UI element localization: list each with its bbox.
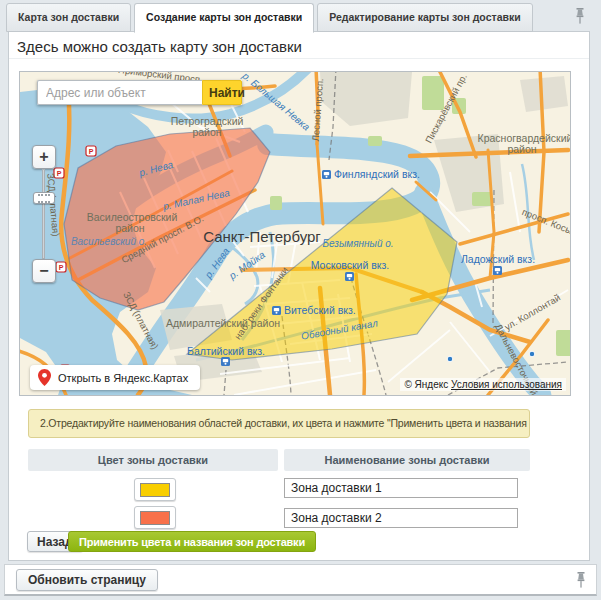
island-label: Безымянный о. [322, 238, 393, 249]
train-station-icon [493, 266, 502, 275]
island-label: Васильевский о. [71, 236, 147, 247]
open-link-label: Открыть в Яндекс.Картах [58, 372, 188, 384]
zoom-slider-handle[interactable] [33, 192, 55, 204]
main-panel: Здесь можно создать карту зон доставки [8, 31, 590, 561]
divider [9, 58, 589, 59]
grip-dots-icon [38, 194, 50, 203]
pushpin-icon[interactable] [575, 571, 587, 589]
tab-edit-map[interactable]: Редактирование карты зон доставки [317, 3, 532, 32]
district-label: район [192, 126, 221, 138]
parking-icon: Р [86, 146, 96, 156]
page: Карта зон доставки Создание карты зон до… [0, 0, 601, 600]
metro-icon [447, 356, 453, 362]
apply-colors-names-button[interactable]: Применить цвета и названия зон доставки [68, 531, 316, 552]
copyright-text: © Яндекс [404, 379, 448, 390]
station-label: Финляндский вкз. [334, 168, 420, 180]
station-label: Витебский вкз. [284, 304, 356, 316]
open-in-yandex-maps-link[interactable]: Открыть в Яндекс.Картах [30, 365, 200, 390]
search-button[interactable]: Найти [202, 80, 242, 105]
station-label: Ладожский вкз. [461, 253, 535, 265]
pushpin-icon[interactable] [574, 7, 586, 25]
instruction-banner: 2.Отредактируйте наименования областей д… [28, 409, 530, 438]
tab-create-map[interactable]: Создание карты зон доставки [134, 3, 314, 33]
district-label: район [115, 222, 144, 234]
city-label: Санкт-Петербург [203, 228, 321, 245]
color-column-header: Цвет зоны доставки [28, 449, 278, 471]
zone1-color-rect [140, 483, 170, 497]
zone1-color-swatch[interactable] [134, 478, 176, 501]
zone2-color-swatch[interactable] [134, 506, 176, 529]
zone2-color-rect [140, 511, 170, 525]
search-input[interactable] [37, 80, 202, 105]
train-station-icon [272, 306, 281, 315]
station-label: Балтийский вкз. [187, 345, 265, 357]
zoom-out-button[interactable]: − [32, 259, 56, 283]
train-station-icon [221, 357, 230, 366]
zone1-name-input[interactable] [284, 478, 518, 498]
parking-letter: Р [59, 264, 64, 271]
district-label: Адмиралтейский район [166, 317, 280, 329]
map-search: Найти [37, 80, 242, 105]
parking-letter: Р [89, 148, 94, 155]
terms-of-use-link[interactable]: Условия использования [451, 379, 562, 390]
metro-icon [529, 351, 535, 357]
page-title: Здесь можно создать карту зон доставки [17, 38, 302, 55]
station-label: Московский вкз. [311, 259, 389, 271]
train-station-icon [345, 272, 354, 281]
footer-bar: Обновить страницу [4, 564, 597, 596]
map-canvas[interactable]: Р Р Р Р [20, 72, 570, 395]
refresh-page-button[interactable]: Обновить страницу [16, 569, 158, 591]
tab-bar: Карта зон доставки Создание карты зон до… [6, 3, 533, 33]
zoom-in-button[interactable]: + [32, 145, 56, 169]
parking-icon: Р [56, 262, 66, 272]
yandex-maps-pin-icon [38, 369, 51, 386]
map-copyright: © Яндекс Условия использования [400, 378, 566, 391]
tab-delivery-map[interactable]: Карта зон доставки [6, 3, 131, 32]
name-column-header: Наименование зоны доставки [284, 449, 530, 471]
map-container: Р Р Р Р [19, 71, 571, 396]
district-label: район [507, 143, 536, 155]
zoom-slider-track[interactable] [42, 169, 45, 259]
train-station-icon [322, 170, 331, 179]
zone2-name-input[interactable] [284, 508, 518, 528]
